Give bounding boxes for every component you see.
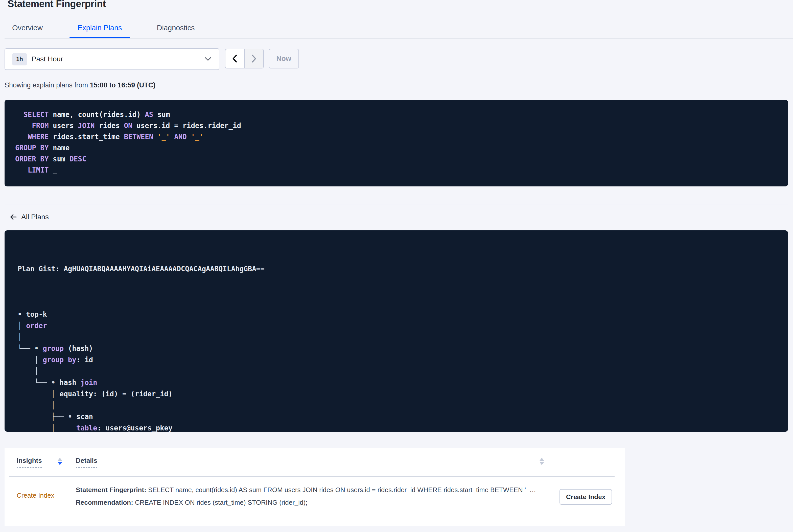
time-range-label: Past Hour (32, 55, 63, 63)
plan-tree: • top-k│ order│└── • group (hash) │ grou… (18, 309, 788, 432)
chevron-right-icon (251, 55, 257, 63)
plan-gist-box: Plan Gist: AgHUAQIABQAAAAHYAQIAiAEAAAADC… (4, 230, 788, 432)
recommendation-line: Recommendation: CREATE INDEX ON rides (s… (76, 496, 556, 509)
tab-bar: Overview Explain Plans Diagnostics (4, 23, 203, 38)
time-pager (225, 49, 264, 69)
details-cell: Statement Fingerprint: SELECT name, coun… (76, 483, 556, 509)
section-divider (4, 205, 788, 205)
all-plans-back-link[interactable]: All Plans (10, 213, 49, 221)
sort-icon-insights[interactable] (58, 458, 62, 465)
tab-explain-plans[interactable]: Explain Plans (70, 23, 130, 38)
time-range-dropdown[interactable]: 1h Past Hour (4, 48, 219, 70)
column-header-details[interactable]: Details (76, 457, 97, 464)
tab-bar-divider (4, 38, 793, 39)
table-row: Create Index Statement Fingerprint: SELE… (4, 477, 625, 518)
arrow-left-icon (10, 213, 17, 221)
showing-plans-status: Showing explain plans from 15:00 to 16:5… (4, 81, 155, 89)
sql-statement-box: SELECT name, count(rides.id) AS sum FROM… (4, 100, 788, 186)
all-plans-label: All Plans (21, 213, 49, 221)
tab-diagnostics[interactable]: Diagnostics (149, 23, 203, 38)
plan-gist-line: Plan Gist: AgHUAQIABQAAAAHYAQIAiAEAAAADC… (18, 263, 788, 274)
insights-table-card: Insights Details Create Index Statement … (4, 448, 625, 526)
tab-overview[interactable]: Overview (4, 23, 51, 38)
insights-table-header: Insights Details (4, 448, 625, 477)
column-header-insights[interactable]: Insights (17, 457, 42, 464)
statement-fingerprint-line: Statement Fingerprint: SELECT name, coun… (76, 483, 556, 496)
chevron-down-icon (205, 57, 211, 61)
time-interval-badge: 1h (12, 53, 27, 65)
sql-statement-code: SELECT name, count(rides.id) AS sum FROM… (4, 100, 788, 175)
now-button[interactable]: Now (269, 49, 299, 69)
plan-gist-value: AgHUAQIABQAAAAHYAQIAiAEAAAADCQACAgAABQIL… (64, 265, 265, 273)
next-time-button[interactable] (244, 49, 263, 68)
create-index-link[interactable]: Create Index (17, 492, 54, 499)
time-range-value: 15:00 to 16:59 (UTC) (90, 81, 156, 89)
chevron-left-icon (232, 55, 238, 63)
create-index-button[interactable]: Create Index (560, 489, 612, 505)
page-title: Statement Fingerprint (7, 0, 106, 10)
plan-gist-code: Plan Gist: AgHUAQIABQAAAAHYAQIAiAEAAAADC… (4, 230, 788, 432)
sort-icon-details[interactable] (540, 458, 544, 465)
previous-time-button[interactable] (225, 49, 244, 68)
